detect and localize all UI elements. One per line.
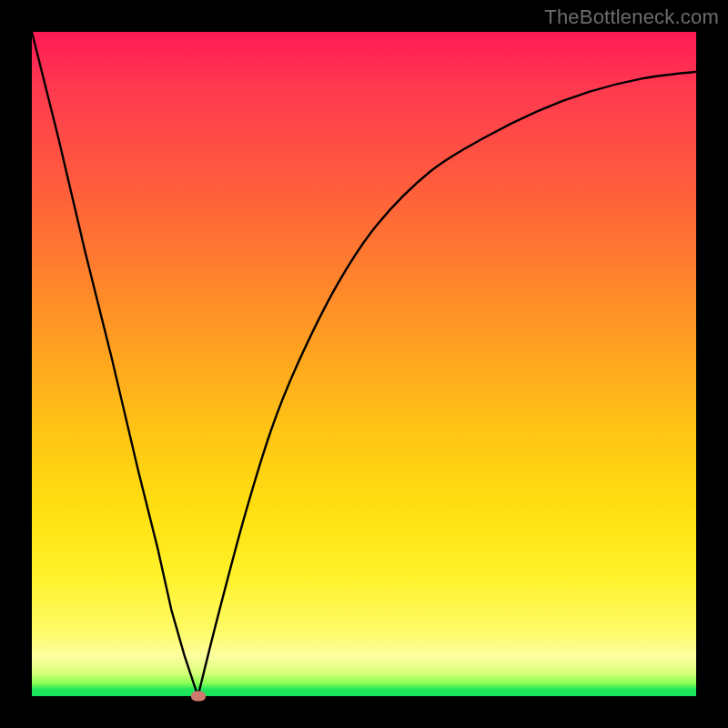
bottleneck-curve (32, 32, 696, 696)
curve-path (32, 32, 696, 696)
minimum-marker (191, 692, 206, 702)
watermark-text: TheBottleneck.com (544, 5, 719, 29)
chart-frame: TheBottleneck.com (0, 0, 728, 728)
plot-area (32, 32, 696, 696)
